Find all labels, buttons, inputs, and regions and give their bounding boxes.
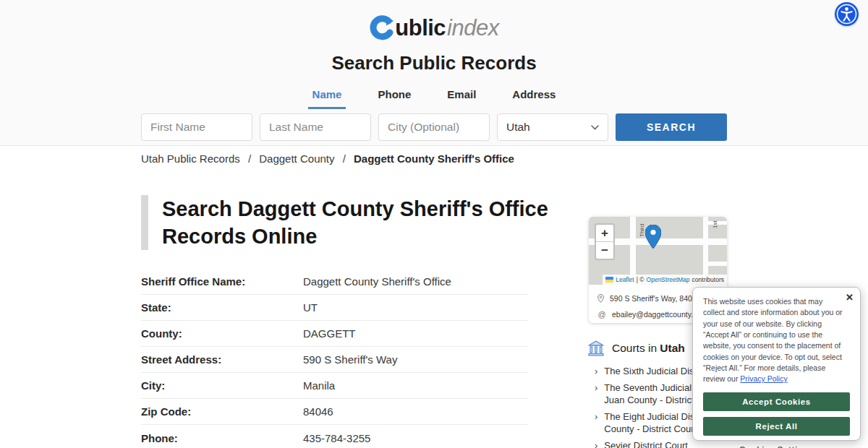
tab-name[interactable]: Name xyxy=(308,85,346,109)
breadcrumb-separator: / xyxy=(248,152,251,165)
detail-value: DAGGETT xyxy=(303,327,356,340)
ukraine-flag-icon xyxy=(605,277,613,283)
detail-value: Manila xyxy=(303,379,335,392)
search-header: ublic index Search Public Records Name P… xyxy=(0,0,868,146)
search-form: Utah SEARCH xyxy=(141,113,727,141)
cookie-message: This website uses cookies that may colle… xyxy=(703,296,850,385)
map-marker-icon[interactable] xyxy=(645,225,661,252)
chevron-down-icon xyxy=(591,125,599,130)
state-select[interactable]: Utah xyxy=(497,113,608,141)
map-zoom-control: + − xyxy=(595,223,615,260)
courts-header: Courts in Utah xyxy=(587,340,685,357)
table-row: Zip Code: 84046 xyxy=(141,399,528,425)
reject-all-button[interactable]: Reject All xyxy=(703,417,850,436)
city-input[interactable] xyxy=(378,113,490,141)
list-item[interactable]: › The Seventh Judicial DistJuan County -… xyxy=(595,382,699,406)
first-name-input[interactable] xyxy=(141,113,252,141)
logo-arrow-icon xyxy=(369,14,393,42)
detail-label: State: xyxy=(141,301,303,314)
location-pin-icon xyxy=(597,294,604,303)
detail-label: County: xyxy=(141,327,303,340)
detail-label: Zip Code: xyxy=(141,405,303,418)
breadcrumb-state-link[interactable]: Utah Public Records xyxy=(141,152,240,165)
list-item[interactable]: › The Sixth Judicial District xyxy=(595,365,699,377)
leaflet-link[interactable]: Leaflet xyxy=(616,276,634,283)
tab-email[interactable]: Email xyxy=(443,85,480,109)
breadcrumb-separator: / xyxy=(343,152,346,165)
chevron-right-icon: › xyxy=(595,439,597,448)
chevron-right-icon: › xyxy=(595,410,597,435)
chevron-right-icon: › xyxy=(595,365,597,377)
office-details-table: Sheriff Office Name: Daggett County Sher… xyxy=(141,269,528,448)
street-label: 1st xyxy=(712,220,718,228)
table-row: Sheriff Office Name: Daggett County Sher… xyxy=(141,269,528,295)
detail-value: 590 S Sheriff's Way xyxy=(303,353,397,366)
tab-phone[interactable]: Phone xyxy=(373,85,415,109)
table-row: County: DAGGETT xyxy=(141,321,528,347)
courthouse-icon xyxy=(587,340,605,357)
page-title: Search Public Records xyxy=(0,52,868,74)
detail-value: UT xyxy=(303,301,318,314)
leaflet-map[interactable]: Third 1st + − Leaflet | © OpenStreetMap … xyxy=(589,217,727,285)
detail-label: City: xyxy=(141,379,303,392)
main-heading: Search Daggett County Sheriff's Office R… xyxy=(162,195,571,250)
detail-value: Daggett County Sheriff's Office xyxy=(303,275,451,288)
state-selected-value: Utah xyxy=(506,121,530,134)
zoom-out-button[interactable]: − xyxy=(596,242,613,259)
courts-title: Courts in Utah xyxy=(612,342,685,355)
list-item[interactable]: › Sevier District Court xyxy=(595,439,699,448)
detail-value: 84046 xyxy=(303,405,333,418)
list-item[interactable]: › The Eight Judicial DistrictCounty - Di… xyxy=(595,410,699,435)
accept-cookies-button[interactable]: Accept Cookies xyxy=(703,392,850,411)
detail-label: Street Address: xyxy=(141,353,303,366)
tab-address[interactable]: Address xyxy=(508,85,560,109)
openstreetmap-link[interactable]: OpenStreetMap xyxy=(647,276,690,283)
attribution-separator: | © xyxy=(637,276,644,283)
at-sign-icon: @ xyxy=(597,310,606,319)
table-row: State: UT xyxy=(141,295,528,321)
breadcrumb-current: Daggett County Sheriff's Office xyxy=(354,152,514,165)
cookies-settings-link[interactable]: Cookies Settings xyxy=(703,445,850,448)
courts-list: › The Sixth Judicial District › The Seve… xyxy=(595,365,699,448)
detail-value: 435-784-3255 xyxy=(303,432,370,444)
table-row: Phone: 435-784-3255 xyxy=(141,425,528,448)
detail-label: Phone: xyxy=(141,432,303,444)
breadcrumb-county-link[interactable]: Daggett County xyxy=(259,152,334,165)
search-button[interactable]: SEARCH xyxy=(616,113,727,141)
attribution-suffix: contributors xyxy=(692,276,724,283)
close-icon[interactable]: ✕ xyxy=(846,293,854,302)
table-row: City: Manila xyxy=(141,373,528,399)
street-label: Third xyxy=(639,224,645,237)
logo-text-bold: ublic xyxy=(395,15,446,41)
site-logo[interactable]: ublic index xyxy=(0,14,868,45)
detail-label: Sheriff Office Name: xyxy=(141,275,303,288)
map-attribution: Leaflet | © OpenStreetMap contributors xyxy=(603,275,727,285)
courts-title-state: Utah xyxy=(660,342,684,354)
search-tabs: Name Phone Email Address xyxy=(0,85,868,109)
cookie-consent-dialog: ✕ This website uses cookies that may col… xyxy=(692,287,861,441)
logo-text-italic: index xyxy=(447,15,499,41)
accessibility-widget-button[interactable] xyxy=(835,2,859,26)
accessibility-person-icon xyxy=(835,2,859,26)
office-email-text[interactable]: ebailey@daggettcounty.org xyxy=(612,310,704,319)
chevron-right-icon: › xyxy=(595,382,597,406)
breadcrumb: Utah Public Records / Daggett County / D… xyxy=(141,152,514,165)
zoom-in-button[interactable]: + xyxy=(596,225,613,241)
privacy-policy-link[interactable]: Privacy Policy xyxy=(740,374,787,383)
main-heading-block: Search Daggett County Sheriff's Office R… xyxy=(141,195,571,250)
heading-accent-bar xyxy=(141,195,148,250)
table-row: Street Address: 590 S Sheriff's Way xyxy=(141,347,528,373)
page: ublic index Search Public Records Name P… xyxy=(0,0,868,448)
last-name-input[interactable] xyxy=(260,113,371,141)
